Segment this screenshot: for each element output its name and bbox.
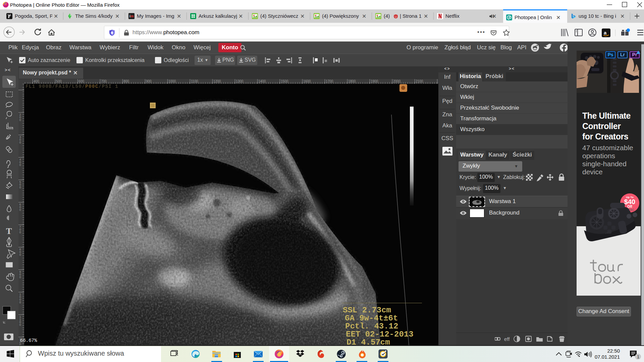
svg-text:SSL 2.73cm: SSL 2.73cm: [343, 306, 391, 315]
svg-text:GA 9w-4t±6t: GA 9w-4t±6t: [345, 314, 398, 323]
svg-text:a: a: [604, 30, 607, 36]
svg-text:T: T: [6, 226, 12, 236]
svg-text:FL1 900B/FA10/L50/P00C/PSI 1: FL1 900B/FA10/L50/P00C/PSI 1: [25, 84, 118, 89]
svg-text:1: 1: [637, 354, 639, 359]
svg-text:m: m: [131, 14, 134, 18]
svg-text:EET 02-12-2013: EET 02-12-2013: [346, 330, 414, 339]
svg-text:D1 4.57cm: D1 4.57cm: [346, 338, 390, 345]
svg-text:Pctl. 43.12: Pctl. 43.12: [345, 322, 398, 331]
svg-text:eff: eff: [504, 336, 510, 342]
svg-text:TBC: TBC: [628, 208, 635, 212]
